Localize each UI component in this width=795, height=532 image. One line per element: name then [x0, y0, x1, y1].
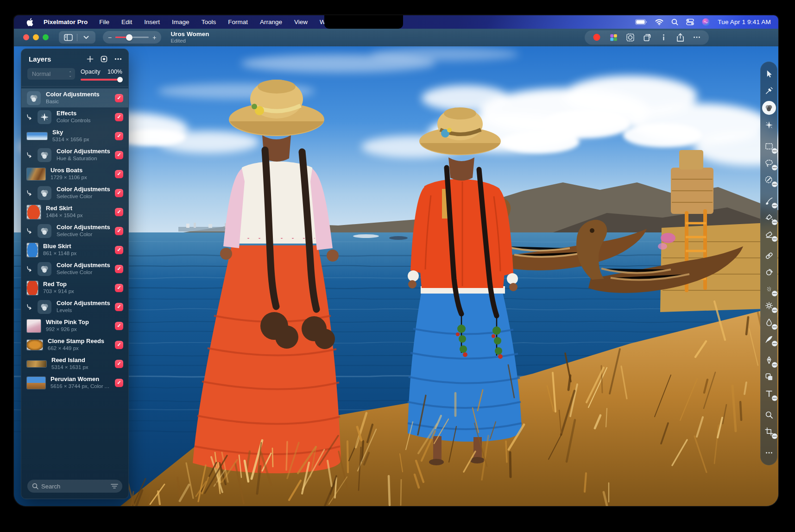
zoom-out-button[interactable]: −	[108, 34, 112, 41]
tool-options-badge[interactable]	[772, 236, 777, 242]
menu-view[interactable]: View	[288, 19, 314, 25]
layer-row-reed-island[interactable]: Reed Island5314 × 1631 px✓	[21, 354, 128, 373]
adjustment-layer-icon[interactable]	[38, 224, 51, 238]
tool-options-badge[interactable]	[772, 219, 777, 225]
opacity-slider[interactable]	[81, 79, 122, 81]
free-selection-tool[interactable]	[763, 156, 776, 169]
tool-options-badge[interactable]	[772, 433, 777, 439]
layer-thumbnail[interactable]	[27, 377, 45, 389]
rect-selection-tool[interactable]	[763, 140, 776, 153]
layer-visibility-checkbox[interactable]: ✓	[115, 341, 123, 349]
sidebar-icon[interactable]	[63, 32, 74, 43]
layer-thumbnail[interactable]	[27, 319, 41, 332]
layer-row-uros-boats[interactable]: Uros Boats1729 × 1106 px✓	[21, 164, 128, 183]
tool-options-badge[interactable]	[772, 307, 777, 313]
smart-selection-tool[interactable]	[763, 173, 776, 186]
tool-options-badge[interactable]	[772, 291, 777, 296]
layer-visibility-checkbox[interactable]: ✓	[115, 208, 123, 216]
adjustment-layer-icon[interactable]	[38, 300, 51, 314]
apple-menu-icon[interactable]	[26, 18, 34, 26]
light-tool[interactable]	[763, 299, 776, 312]
menu-image[interactable]: Image	[166, 19, 196, 25]
opacity-slider-knob[interactable]	[117, 77, 123, 82]
layer-visibility-checkbox[interactable]: ✓	[115, 246, 123, 254]
adjustment-layer-icon[interactable]	[38, 148, 51, 162]
layer-row-color-adjustments[interactable]: Color AdjustmentsBasic✓	[21, 88, 128, 107]
rotate-button[interactable]	[641, 32, 652, 43]
layer-visibility-checkbox[interactable]: ✓	[115, 227, 123, 235]
menu-file[interactable]: File	[93, 19, 115, 25]
layer-visibility-checkbox[interactable]: ✓	[115, 132, 123, 140]
more-tools[interactable]	[763, 446, 776, 459]
layer-row-blue-skirt[interactable]: Blue Skirt861 × 1148 px✓	[21, 240, 128, 259]
clone-tool[interactable]	[763, 266, 776, 279]
color-grid-button[interactable]	[608, 32, 619, 43]
tool-options-badge[interactable]	[772, 362, 777, 368]
arrange-tool[interactable]	[763, 68, 776, 81]
type-tool[interactable]	[763, 387, 776, 400]
layer-thumbnail[interactable]	[27, 205, 41, 219]
app-menu-name[interactable]: Pixelmator Pro	[44, 19, 88, 25]
warp-tool[interactable]	[763, 332, 776, 345]
tool-options-badge[interactable]	[772, 165, 777, 170]
spotlight-icon[interactable]	[671, 19, 678, 25]
record-button[interactable]	[591, 32, 602, 43]
blend-mode-select[interactable]: Normal ⌃⌃	[27, 68, 75, 80]
retouch-tool[interactable]	[763, 282, 776, 295]
layer-visibility-checkbox[interactable]: ✓	[115, 265, 123, 273]
color-adjustments-tool[interactable]	[762, 101, 776, 115]
fill-tool[interactable]	[763, 211, 776, 224]
layer-row-effects[interactable]: EffectsColor Controls✓	[21, 107, 128, 126]
control-center-icon[interactable]	[686, 19, 694, 25]
layer-visibility-checkbox[interactable]: ✓	[115, 322, 123, 330]
layer-thumbnail[interactable]	[27, 168, 45, 180]
tool-options-badge[interactable]	[772, 324, 777, 330]
layers-more-button[interactable]	[114, 58, 122, 60]
layer-thumbnail[interactable]	[27, 132, 47, 140]
layer-visibility-checkbox[interactable]: ✓	[115, 113, 123, 121]
erase-tool[interactable]	[763, 228, 776, 241]
layer-row-color-adjustments[interactable]: Color AdjustmentsHue & Saturation✓	[21, 145, 128, 164]
effects-layer-icon[interactable]	[38, 110, 51, 124]
minimize-button[interactable]	[33, 34, 39, 40]
menu-edit[interactable]: Edit	[115, 19, 138, 25]
layer-row-color-adjustments[interactable]: Color AdjustmentsLevels✓	[21, 297, 128, 316]
sidebar-toggle-group[interactable]	[59, 31, 95, 44]
menu-arrange[interactable]: Arrange	[254, 19, 288, 25]
tool-options-badge[interactable]	[772, 395, 777, 401]
tool-options-badge[interactable]	[772, 182, 777, 187]
layer-visibility-checkbox[interactable]: ✓	[115, 303, 123, 311]
wifi-icon[interactable]	[655, 19, 663, 25]
layer-thumbnail[interactable]	[27, 243, 38, 257]
layer-row-sky[interactable]: Sky5314 × 1656 px✓	[21, 126, 128, 145]
layer-row-white-pink-top[interactable]: White Pink Top992 × 926 px✓	[21, 316, 128, 335]
adjustment-layer-icon[interactable]	[27, 91, 41, 105]
add-layer-button[interactable]	[87, 56, 94, 63]
menu-bar-clock[interactable]: Tue Apr 1 9:41 AM	[718, 19, 771, 25]
layers-search-field[interactable]: Search	[27, 480, 122, 493]
layer-visibility-checkbox[interactable]: ✓	[115, 379, 123, 387]
info-button[interactable]	[658, 32, 669, 43]
layer-visibility-checkbox[interactable]: ✓	[115, 94, 123, 102]
battery-icon[interactable]	[635, 19, 647, 25]
siri-icon[interactable]	[702, 18, 710, 26]
tool-options-badge[interactable]	[772, 203, 777, 208]
layer-row-clone-stamp-reeds[interactable]: Clone Stamp Reeds662 × 449 px✓	[21, 335, 128, 354]
layer-visibility-checkbox[interactable]: ✓	[115, 360, 123, 368]
remove-tool[interactable]	[763, 84, 776, 97]
smudge-tool[interactable]	[763, 316, 776, 329]
repair-tool[interactable]	[763, 249, 776, 262]
share-button[interactable]	[675, 32, 686, 43]
tool-options-badge[interactable]	[772, 148, 777, 154]
pattern-button[interactable]	[625, 32, 636, 43]
layer-row-color-adjustments[interactable]: Color AdjustmentsSelective Color✓	[21, 183, 128, 202]
fullscreen-button[interactable]	[43, 34, 49, 40]
adjustment-layer-icon[interactable]	[38, 186, 51, 200]
layer-visibility-checkbox[interactable]: ✓	[115, 189, 123, 197]
tool-options-badge[interactable]	[772, 341, 777, 346]
chevron-down-icon[interactable]	[81, 32, 92, 43]
layer-row-color-adjustments[interactable]: Color AdjustmentsSelective Color✓	[21, 221, 128, 240]
menu-tools[interactable]: Tools	[196, 19, 222, 25]
zoom-slider-knob[interactable]	[126, 34, 132, 41]
layer-visibility-checkbox[interactable]: ✓	[115, 151, 123, 159]
